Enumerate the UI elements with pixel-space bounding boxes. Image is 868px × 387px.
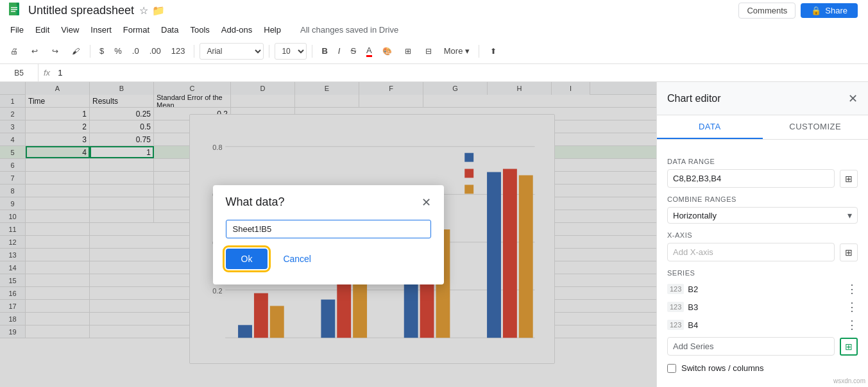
dialog-body: Ok Cancel [213, 210, 444, 284]
italic-btn[interactable]: I [334, 42, 345, 60]
ok-button[interactable]: Ok [226, 249, 268, 269]
number-format-btn[interactable]: 123 [167, 42, 189, 60]
dialog-close-button[interactable]: ✕ [421, 195, 431, 210]
combine-ranges-label: Combine ranges [667, 195, 858, 203]
divider-2 [194, 45, 194, 58]
lock-icon: 🔒 [811, 6, 821, 15]
chart-panel: Chart editor ✕ DATA CUSTOMIZE Data range… [656, 82, 868, 387]
tab-customize[interactable]: CUSTOMIZE [763, 115, 869, 139]
data-range-grid-icon[interactable]: ⊞ [840, 170, 858, 188]
series-b3-icon: 123 [667, 302, 684, 312]
font-size-selector[interactable]: 10 [275, 43, 307, 60]
dialog: What data? ✕ Ok Cancel [213, 185, 444, 284]
switch-rows-columns-label: Switch rows / columns [681, 363, 764, 373]
dialog-header: What data? ✕ [213, 185, 444, 210]
formula-input[interactable]: 1 [55, 68, 868, 78]
divider-3 [269, 45, 269, 58]
bold-btn[interactable]: B [318, 42, 331, 60]
menu-tools[interactable]: Tools [185, 23, 214, 37]
menu-help[interactable]: Help [259, 23, 286, 37]
series-b2-name: B2 [688, 284, 842, 294]
menu-data[interactable]: Data [156, 23, 183, 37]
combine-ranges-value: Horizontally [673, 211, 847, 220]
spreadsheet: A B C D E F G H I 1 Time Results Standar… [0, 82, 656, 387]
font-color-btn[interactable]: A [362, 42, 376, 60]
add-series-placeholder[interactable]: Add Series [667, 337, 835, 356]
dialog-overlay: What data? ✕ Ok Cancel [0, 82, 656, 387]
menu-file[interactable]: File [5, 23, 29, 37]
fx-label: fx [38, 68, 55, 78]
x-axis-row: Add X-axis ⊞ [667, 243, 858, 261]
cell-reference-box[interactable]: B5 [0, 64, 38, 81]
series-row-b2: 123 B2 ⋮ [667, 282, 858, 296]
font-selector[interactable]: Arial [200, 43, 264, 60]
percent-btn[interactable]: % [110, 42, 126, 60]
star-icon[interactable]: ☆ [139, 4, 148, 17]
add-series-row: Add Series ⊞ [667, 337, 858, 356]
series-b4-icon: 123 [667, 320, 684, 330]
fill-color-btn[interactable]: 🎨 [379, 42, 396, 60]
menu-format[interactable]: Format [118, 23, 155, 37]
share-button[interactable]: 🔒 Share [801, 3, 858, 18]
save-status: All changes saved in Drive [300, 25, 398, 35]
data-range-value[interactable]: C8,B2,B3,B4 [667, 169, 835, 188]
series-b2-icon: 123 [667, 284, 684, 294]
x-axis-placeholder[interactable]: Add X-axis [667, 243, 835, 261]
switch-rows-columns-checkbox[interactable] [667, 364, 676, 373]
tab-data[interactable]: DATA [657, 115, 763, 139]
menu-view[interactable]: View [56, 23, 84, 37]
decimal-down-btn[interactable]: .0 [128, 42, 143, 60]
series-b4-name: B4 [688, 320, 842, 330]
collapse-btn[interactable]: ⬆ [484, 42, 502, 60]
divider-1 [90, 45, 90, 58]
dialog-actions: Ok Cancel [226, 249, 431, 274]
currency-btn[interactable]: $ [96, 42, 108, 60]
chart-panel-tabs: DATA CUSTOMIZE [657, 115, 868, 140]
more-btn[interactable]: More ▾ [440, 42, 473, 60]
svg-rect-5 [11, 11, 15, 12]
chart-panel-header: Chart editor ✕ [657, 82, 868, 115]
series-label: SERIES [667, 269, 858, 277]
dialog-title: What data? [226, 195, 285, 209]
main-area: A B C D E F G H I 1 Time Results Standar… [0, 82, 868, 387]
top-right-actions: Comments 🔒 Share [738, 3, 863, 19]
dialog-input[interactable] [226, 220, 431, 238]
data-range-row: C8,B2,B3,B4 ⊞ [667, 169, 858, 188]
x-axis-grid-icon[interactable]: ⊞ [840, 243, 858, 261]
spreadsheet-title: Untitled spreadsheet [28, 4, 134, 17]
data-range-label: Data range [667, 158, 858, 165]
strikethrough-btn[interactable]: S [346, 42, 360, 60]
x-axis-label: X-AXIS [667, 231, 858, 239]
combine-ranges-select[interactable]: Horizontally ▾ [667, 207, 858, 224]
menu-addons[interactable]: Add-ons [216, 23, 257, 37]
border-btn[interactable]: ⊞ [399, 42, 417, 60]
series-row-b3: 123 B3 ⋮ [667, 300, 858, 314]
switch-rows-columns-row: Switch rows / columns [667, 363, 858, 373]
paint-format-btn[interactable]: 🖌 [67, 42, 85, 60]
svg-rect-4 [11, 9, 17, 10]
svg-rect-3 [11, 7, 17, 8]
drive-icon[interactable]: 📁 [152, 4, 165, 17]
toolbar: 🖨 ↩ ↪ 🖌 $ % .0 .00 123 Arial 10 B I S A … [0, 38, 868, 64]
divider-4 [312, 45, 312, 58]
redo-btn[interactable]: ↪ [46, 42, 64, 60]
series-row-b4: 123 B4 ⋮ [667, 318, 858, 332]
menu-edit[interactable]: Edit [30, 23, 55, 37]
series-b4-more-button[interactable]: ⋮ [846, 318, 858, 332]
merge-btn[interactable]: ⊟ [420, 42, 438, 60]
print-btn[interactable]: 🖨 [5, 42, 23, 60]
menu-bar: File Edit View Insert Format Data Tools … [0, 21, 868, 38]
series-b3-more-button[interactable]: ⋮ [846, 300, 858, 314]
app-logo [5, 1, 23, 19]
chevron-down-icon: ▾ [847, 210, 852, 220]
chart-panel-close-button[interactable]: ✕ [848, 92, 858, 106]
formula-bar: B5 fx 1 [0, 64, 868, 82]
decimal-up-btn[interactable]: .00 [146, 42, 165, 60]
undo-btn[interactable]: ↩ [26, 42, 44, 60]
comments-button[interactable]: Comments [738, 3, 796, 19]
menu-insert[interactable]: Insert [85, 23, 117, 37]
chart-panel-body: Data range C8,B2,B3,B4 ⊞ Combine ranges … [657, 140, 868, 387]
cancel-button[interactable]: Cancel [273, 249, 321, 269]
series-b2-more-button[interactable]: ⋮ [846, 282, 858, 296]
add-series-grid-button[interactable]: ⊞ [840, 338, 858, 356]
